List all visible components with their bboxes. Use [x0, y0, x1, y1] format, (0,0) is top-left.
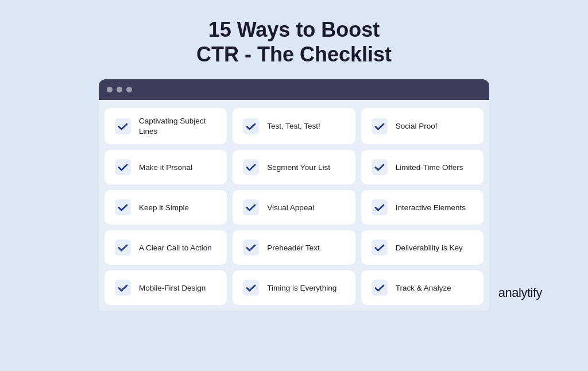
checklist-item-10: A Clear Call to Action	[105, 230, 227, 265]
check-icon-12	[370, 238, 389, 257]
svg-rect-0	[115, 118, 131, 134]
check-icon-15	[370, 279, 389, 297]
svg-rect-3	[115, 159, 131, 175]
check-icon-6	[370, 158, 389, 176]
browser-dot-1	[107, 87, 113, 92]
svg-rect-7	[243, 199, 259, 215]
card-label-4: Make it Prsonal	[139, 163, 192, 173]
browser-dot-2	[117, 87, 122, 92]
svg-rect-8	[372, 199, 388, 215]
checklist-item-15: Track & Analyze	[361, 270, 483, 305]
checklist-item-13: Mobile-First Design	[105, 270, 227, 305]
svg-rect-6	[115, 199, 131, 215]
check-icon-9	[370, 198, 389, 217]
svg-rect-5	[372, 159, 388, 175]
checklist-item-9: Interactive Elements	[361, 190, 483, 225]
checklist-item-14: Timing is Everything	[233, 270, 355, 305]
card-label-13: Mobile-First Design	[139, 283, 206, 293]
card-label-10: A Clear Call to Action	[139, 243, 212, 253]
checklist-item-3: Social Proof	[361, 108, 483, 144]
check-icon-13	[114, 279, 132, 297]
card-label-12: Deliverability is Key	[396, 243, 463, 253]
checklist-item-12: Deliverability is Key	[361, 230, 483, 265]
check-icon-1	[114, 117, 132, 136]
check-icon-14	[242, 279, 260, 297]
card-label-11: Preheader Text	[267, 243, 319, 253]
card-label-7: Keep it Simple	[139, 203, 189, 213]
svg-rect-4	[243, 159, 259, 175]
brand-logo: analytify	[498, 285, 542, 300]
card-label-15: Track & Analyze	[396, 283, 451, 293]
check-icon-11	[242, 238, 260, 257]
card-label-5: Segment Your List	[267, 163, 330, 173]
check-icon-10	[114, 238, 132, 257]
checklist-item-7: Keep it Simple	[105, 190, 227, 225]
checklist-item-5: Segment Your List	[233, 150, 355, 184]
checklist-item-8: Visual Appeal	[233, 190, 355, 225]
checklist-grid: Captivating Subject Lines Test, Test, Te…	[105, 108, 483, 305]
browser-body: Captivating Subject Lines Test, Test, Te…	[99, 100, 489, 311]
checklist-item-6: Limited-Time Offers	[361, 150, 483, 184]
svg-rect-12	[115, 280, 131, 296]
checklist-item-1: Captivating Subject Lines	[105, 108, 227, 144]
checklist-item-4: Make it Prsonal	[105, 150, 227, 184]
card-label-8: Visual Appeal	[267, 203, 314, 213]
browser-dot-3	[126, 87, 132, 92]
check-icon-2	[242, 117, 260, 136]
card-label-1: Captivating Subject Lines	[139, 116, 218, 136]
svg-rect-9	[115, 239, 131, 256]
check-icon-7	[114, 198, 132, 217]
svg-rect-13	[243, 280, 259, 296]
card-label-3: Social Proof	[396, 121, 438, 132]
svg-rect-11	[372, 239, 388, 256]
svg-rect-2	[372, 118, 388, 134]
svg-rect-10	[243, 239, 259, 256]
checklist-item-2: Test, Test, Test!	[233, 108, 355, 144]
page-title: 15 Ways to Boost CTR - The Checklist	[196, 17, 392, 67]
card-label-2: Test, Test, Test!	[267, 121, 320, 132]
check-icon-3	[370, 117, 389, 136]
check-icon-5	[242, 158, 260, 176]
page-wrapper: 15 Ways to Boost CTR - The Checklist Cap…	[23, 17, 565, 311]
check-icon-8	[242, 198, 260, 217]
card-label-6: Limited-Time Offers	[396, 163, 463, 173]
svg-rect-14	[372, 280, 388, 296]
card-label-14: Timing is Everything	[267, 283, 336, 293]
browser-bar	[99, 79, 489, 100]
checklist-item-11: Preheader Text	[233, 230, 355, 265]
check-icon-4	[114, 158, 132, 176]
svg-rect-1	[243, 118, 259, 134]
card-label-9: Interactive Elements	[396, 203, 466, 213]
